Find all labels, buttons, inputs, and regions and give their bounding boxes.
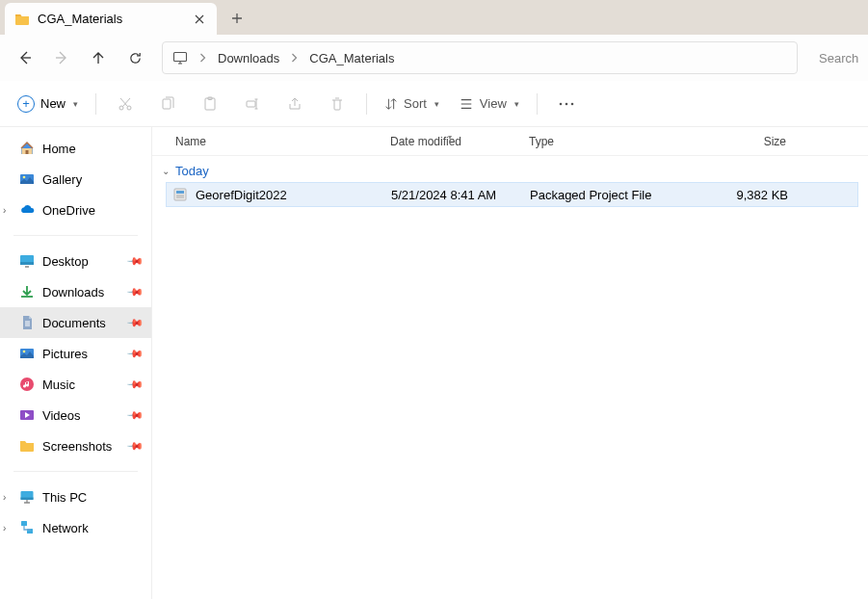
tab-title: CGA_Materials — [38, 12, 122, 26]
folder-icon — [14, 12, 30, 27]
share-button[interactable] — [276, 88, 314, 120]
toolbar: + New ▾ Sort ▾ View ▾ — [0, 81, 868, 127]
copy-button[interactable] — [148, 88, 187, 120]
pin-icon: 📌 — [125, 344, 144, 362]
file-list: Name Date modified ▾ Type Size ⌄ Today G… — [152, 127, 868, 599]
column-name[interactable]: Name — [152, 135, 390, 148]
breadcrumb-current[interactable]: CGA_Materials — [309, 51, 394, 65]
file-size: 9,382 KB — [723, 188, 800, 202]
forward-button[interactable] — [44, 40, 79, 75]
chevron-down-icon: ▾ — [434, 99, 439, 109]
gallery-icon — [19, 171, 35, 187]
sidebar-item-home[interactable]: Home — [0, 133, 151, 164]
sidebar-item-thispc[interactable]: › This PC — [0, 482, 151, 512]
address-bar[interactable]: Downloads CGA_Materials — [162, 41, 798, 74]
sidebar-item-desktop[interactable]: Desktop 📌 — [0, 246, 151, 276]
search-input[interactable]: Search — [807, 41, 860, 74]
svg-point-2 — [127, 106, 131, 110]
pin-icon: 📌 — [125, 436, 144, 455]
svg-rect-3 — [163, 99, 171, 109]
chevron-right-icon[interactable]: › — [3, 205, 6, 216]
package-file-icon — [172, 187, 188, 202]
up-button[interactable] — [81, 40, 116, 75]
documents-icon — [19, 315, 35, 330]
home-icon — [19, 141, 35, 156]
thispc-icon — [19, 489, 35, 505]
svg-rect-11 — [26, 150, 29, 154]
close-icon[interactable] — [192, 12, 207, 27]
new-button[interactable]: + New ▾ — [10, 88, 86, 120]
sidebar-item-gallery[interactable]: Gallery — [0, 164, 151, 195]
pin-icon: 📌 — [125, 375, 144, 393]
svg-point-9 — [571, 102, 574, 105]
file-date: 5/21/2024 8:41 AM — [391, 188, 530, 202]
chevron-right-icon[interactable]: › — [3, 523, 6, 534]
sidebar-item-pictures[interactable]: Pictures 📌 — [0, 338, 151, 369]
sidebar-item-downloads[interactable]: Downloads 📌 — [0, 276, 151, 307]
tab-active[interactable]: CGA_Materials — [5, 3, 217, 35]
sidebar-item-network[interactable]: › Network — [0, 512, 151, 543]
sidebar-item-music[interactable]: Music 📌 — [0, 369, 151, 400]
rename-button[interactable] — [233, 88, 272, 120]
chevron-right-icon[interactable] — [285, 53, 303, 63]
paste-button[interactable] — [191, 88, 229, 120]
pin-icon: 📌 — [125, 313, 144, 331]
svg-rect-24 — [174, 189, 186, 200]
nav-bar: Downloads CGA_Materials Search — [0, 35, 868, 81]
file-type: Packaged Project File — [530, 188, 723, 202]
sidebar-item-onedrive[interactable]: › OneDrive — [0, 195, 151, 225]
file-name: GeorefDigit2022 — [196, 188, 287, 202]
sidebar-item-screenshots[interactable]: Screenshots 📌 — [0, 430, 151, 461]
music-icon — [19, 377, 35, 392]
svg-rect-21 — [21, 498, 34, 501]
new-tab-button[interactable] — [223, 4, 251, 33]
sort-indicator-icon: ▾ — [448, 133, 452, 142]
svg-point-1 — [119, 106, 123, 110]
group-header-today[interactable]: ⌄ Today — [152, 156, 868, 182]
view-button[interactable]: View ▾ — [451, 88, 527, 120]
chevron-down-icon: ▾ — [73, 99, 78, 109]
chevron-right-icon[interactable] — [194, 53, 212, 63]
sidebar: Home Gallery › OneDrive Desktop 📌 Downlo… — [0, 127, 152, 599]
sort-button[interactable]: Sort ▾ — [377, 88, 447, 120]
cut-button[interactable] — [106, 88, 145, 120]
monitor-icon — [172, 50, 188, 65]
chevron-right-icon[interactable]: › — [3, 492, 6, 503]
network-icon — [19, 520, 35, 535]
pin-icon: 📌 — [125, 282, 144, 300]
svg-rect-15 — [20, 262, 34, 265]
onedrive-icon — [19, 202, 35, 218]
sidebar-item-videos[interactable]: Videos 📌 — [0, 400, 151, 430]
downloads-icon — [19, 284, 35, 300]
svg-point-13 — [23, 176, 26, 179]
svg-rect-6 — [247, 101, 255, 107]
tab-bar: CGA_Materials — [0, 0, 868, 35]
chevron-down-icon: ▾ — [514, 99, 519, 109]
plus-circle-icon: + — [17, 95, 35, 113]
svg-rect-0 — [174, 53, 187, 62]
desktop-icon — [19, 253, 35, 269]
svg-point-17 — [23, 351, 26, 353]
back-button[interactable] — [8, 40, 42, 75]
breadcrumb-downloads[interactable]: Downloads — [218, 51, 279, 65]
column-size[interactable]: Size — [722, 135, 799, 148]
file-row[interactable]: GeorefDigit2022 5/21/2024 8:41 AM Packag… — [166, 182, 858, 207]
chevron-down-icon: ⌄ — [162, 166, 170, 176]
sidebar-item-documents[interactable]: Documents 📌 — [0, 307, 151, 338]
folder-icon — [19, 438, 35, 454]
column-date[interactable]: Date modified ▾ — [390, 135, 529, 148]
more-button[interactable] — [547, 88, 586, 120]
pictures-icon — [19, 346, 35, 361]
pin-icon: 📌 — [125, 405, 144, 424]
svg-point-7 — [560, 102, 563, 105]
column-headers: Name Date modified ▾ Type Size — [152, 127, 868, 156]
column-type[interactable]: Type — [529, 135, 722, 148]
svg-point-8 — [566, 102, 568, 105]
svg-rect-25 — [176, 191, 184, 194]
delete-button[interactable] — [318, 88, 356, 120]
refresh-button[interactable] — [118, 40, 152, 75]
svg-rect-22 — [21, 521, 27, 526]
pin-icon: 📌 — [125, 251, 144, 270]
videos-icon — [19, 407, 35, 423]
